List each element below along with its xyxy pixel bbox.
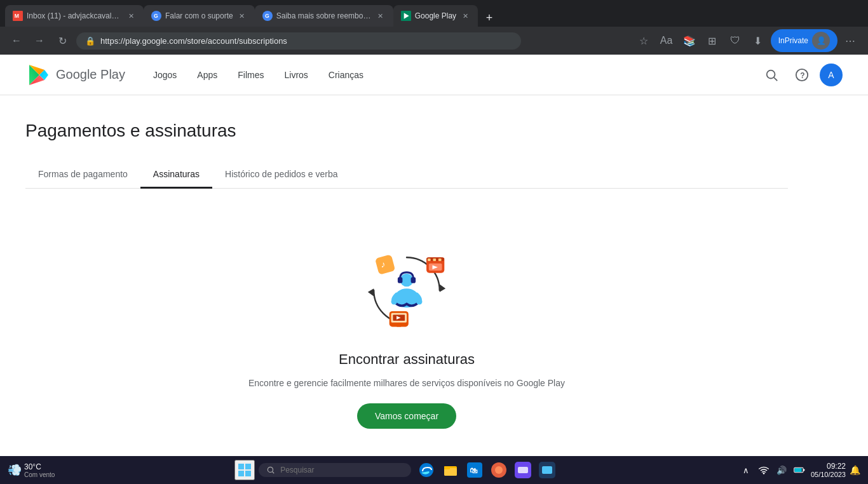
nav-livros[interactable]: Livros [276,65,315,85]
battery-indicator [794,466,805,474]
nav-criancas[interactable]: Crianças [321,65,371,85]
taskbar-center: 🛍 [58,459,735,481]
files-icon [443,462,458,478]
svg-marker-17 [368,288,374,296]
url-text: https://play.google.com/store/account/su… [100,36,512,46]
edge-icon [419,462,434,478]
tab-subscriptions[interactable]: Assinaturas [140,161,212,189]
svg-rect-35 [397,325,402,327]
volume-icon[interactable]: 🔊 [774,462,789,478]
tab-refunds[interactable]: G Saiba mais sobre reembolsos no... ✕ [255,5,393,27]
cta-button[interactable]: Vamos começar [357,403,456,429]
app1-icon [491,462,507,478]
taskbar-app-icons: 🛍 [415,459,559,481]
search-bar[interactable] [259,463,411,477]
tab-gmail[interactable]: M Inbox (11) - advjackcavalcante@... ✕ [5,5,144,27]
help-button[interactable]: ? [789,62,815,88]
tab-gmail-title: Inbox (11) - advjackcavalcante@... [27,11,122,20]
svg-rect-41 [245,471,251,476]
tab-support-title: Falar com o suporte [165,11,233,20]
svg-rect-29 [433,259,436,261]
subscriptions-illustration: ♪ [356,236,458,344]
tab-history[interactable]: Histórico de pedidos e verba [212,161,350,189]
tab-payment[interactable]: Formas de pagamento [25,161,140,189]
main-content: Pagamentos e assinaturas Formas de pagam… [0,95,813,456]
tab-play[interactable]: Google Play ✕ [393,5,478,27]
forward-button[interactable]: → [31,32,48,50]
toolbar-icons: ☆ Aa 📚 ⊞ 🛡 ⬇ InPrivate 👤 ⋯ [634,29,860,52]
back-button[interactable]: ← [8,32,25,50]
svg-rect-40 [238,471,244,476]
empty-state: ♪ Encontra [25,214,788,454]
store-icon: 🛍 [467,462,482,478]
tab-play-close[interactable]: ✕ [460,11,470,21]
start-button[interactable] [234,460,255,480]
tab-support-close[interactable]: ✕ [237,11,247,21]
user-avatar[interactable]: A [820,64,843,86]
search-button[interactable] [759,62,784,88]
search-icon [764,68,778,82]
wifi-signal-icon [759,465,769,475]
gplay-logo-text: Google Play [56,67,125,82]
svg-rect-59 [794,468,801,472]
notification-icon[interactable]: 🔔 [850,465,860,475]
gplay-header-icons: ? A [759,62,843,88]
help-icon: ? [795,68,809,82]
svg-point-42 [268,467,273,472]
app2-icon [515,462,531,478]
support-favicon-icon: G [151,11,161,21]
svg-text:M: M [15,13,19,19]
empty-state-title: Encontrar assinaturas [339,351,475,368]
wifi-icon[interactable] [756,462,771,478]
svg-line-13 [774,77,777,81]
taskbar-app-2[interactable] [512,459,534,481]
nav-jogos[interactable]: Jogos [146,65,184,85]
page-title: Pagamentos e assinaturas [25,121,788,141]
taskbar-search-icon [266,466,275,474]
nav-apps[interactable]: Apps [189,65,225,85]
windows-icon [238,463,252,477]
split-screen-icon[interactable]: ⊞ [702,30,722,51]
svg-text:G: G [265,13,269,19]
taskbar-app-files[interactable] [439,459,462,481]
read-aloud-icon[interactable]: Aa [656,30,677,51]
taskbar-app-3[interactable] [536,459,559,481]
taskbar-time[interactable]: 09:22 05/10/2023 [811,462,846,478]
system-tray-icons: ∧ 🔊 [738,462,807,478]
svg-rect-47 [444,466,450,469]
favorites-icon[interactable]: ☆ [634,30,654,51]
taskbar-app-1[interactable] [487,459,510,481]
downloads-icon[interactable]: ⬇ [748,30,768,51]
taskbar-search-input[interactable] [280,466,395,474]
inprivate-button[interactable]: InPrivate 👤 [771,29,837,52]
taskbar-left: 💨 30°C Com vento [8,462,55,478]
svg-line-43 [272,471,274,473]
empty-state-description: Encontre e gerencie facilmente milhares … [248,378,565,388]
weather-temperature: 30°C [24,462,55,471]
reload-button[interactable]: ↻ [53,32,71,50]
tab-refunds-close[interactable]: ✕ [376,11,386,21]
settings-button[interactable]: ⋯ [840,30,860,51]
svg-marker-16 [440,285,445,292]
nav-filmes[interactable]: Filmes [230,65,271,85]
battery-icon[interactable] [792,462,807,478]
chevron-up-icon[interactable]: ∧ [738,462,754,478]
tab-gmail-close[interactable]: ✕ [126,11,136,21]
tab-bar: M Inbox (11) - advjackcavalcante@... ✕ G… [0,0,868,27]
favorites-collection-icon[interactable]: 📚 [679,30,700,51]
svg-rect-53 [518,467,528,473]
taskbar-time-display: 09:22 [811,462,846,471]
gmail-favicon-icon: M [13,11,23,21]
taskbar-app-store[interactable]: 🛍 [463,459,486,481]
gplay-logo[interactable]: Google Play [25,62,125,88]
page-content: Google Play Jogos Apps Filmes Livros Cri… [0,55,868,456]
taskbar-app-browser[interactable] [415,459,438,481]
browser-essentials-icon[interactable]: 🛡 [725,30,745,51]
new-tab-button[interactable]: + [480,9,498,27]
content-tabs: Formas de pagamento Assinaturas Históric… [25,161,788,189]
weather-widget[interactable]: 💨 30°C Com vento [8,462,55,478]
svg-point-12 [767,70,775,78]
url-bar[interactable]: 🔒 https://play.google.com/store/account/… [76,32,521,50]
svg-point-51 [495,466,503,474]
tab-support[interactable]: G Falar com o suporte ✕ [144,5,255,27]
